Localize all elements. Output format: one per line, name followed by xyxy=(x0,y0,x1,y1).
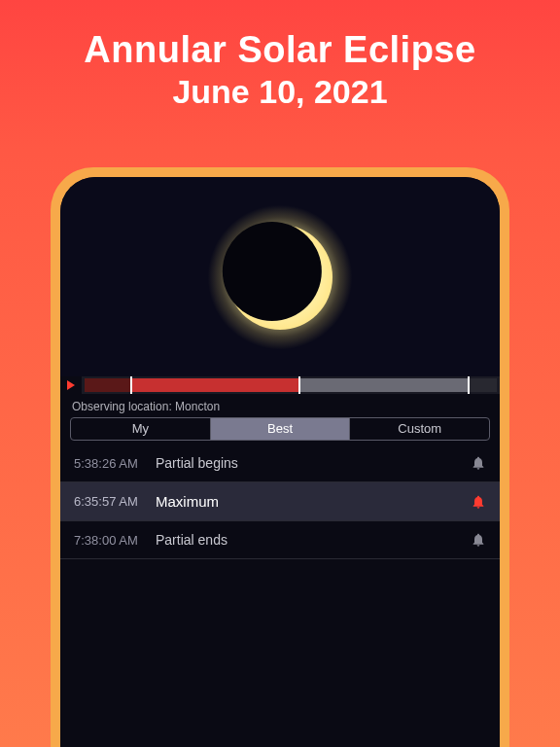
alarm-icon-active[interactable] xyxy=(471,494,486,510)
phone-screen: Observing location: Moncton My Best Cust… xyxy=(60,177,500,747)
tab-my[interactable]: My xyxy=(71,418,211,440)
event-time: 5:38:26 AM xyxy=(74,456,156,471)
timeline-segment xyxy=(468,378,497,392)
phone-frame: Observing location: Moncton My Best Cust… xyxy=(51,167,509,747)
timeline-marker xyxy=(130,376,132,394)
tab-best[interactable]: Best xyxy=(211,418,351,440)
moon-disk xyxy=(223,221,322,320)
event-row[interactable]: 7:38:00 AM Partial ends xyxy=(60,521,500,559)
event-time: 6:35:57 AM xyxy=(74,494,156,509)
timeline-track[interactable] xyxy=(85,378,497,392)
eclipse-visualization xyxy=(60,177,500,376)
event-row[interactable]: 5:38:26 AM Partial begins xyxy=(60,445,500,482)
events-list: 5:38:26 AM Partial begins 6:35:57 AM Max… xyxy=(60,445,500,747)
event-label: Partial ends xyxy=(156,532,471,548)
promo-header: Annular Solar Eclipse June 10, 2021 xyxy=(0,0,560,111)
timeline-segment xyxy=(298,378,468,392)
tab-custom[interactable]: Custom xyxy=(350,418,489,440)
timeline-segment-active xyxy=(130,378,299,392)
play-button[interactable] xyxy=(60,376,82,394)
event-row-highlighted[interactable]: 6:35:57 AM Maximum xyxy=(60,482,500,521)
alarm-icon[interactable] xyxy=(471,455,486,471)
header-subtitle: June 10, 2021 xyxy=(0,73,560,111)
header-title: Annular Solar Eclipse xyxy=(0,29,560,71)
timeline-marker xyxy=(468,376,470,394)
timeline-segment xyxy=(85,378,130,392)
timeline[interactable] xyxy=(60,376,500,394)
location-tabs: My Best Custom xyxy=(70,417,490,441)
observing-location-label: Observing location: Moncton xyxy=(60,394,500,417)
play-icon xyxy=(67,380,75,390)
event-label: Partial begins xyxy=(156,455,471,471)
eclipse-graphic xyxy=(212,209,348,345)
timeline-marker xyxy=(298,376,300,394)
event-time: 7:38:00 AM xyxy=(74,533,156,548)
alarm-icon[interactable] xyxy=(471,532,486,548)
event-label: Maximum xyxy=(156,493,471,510)
